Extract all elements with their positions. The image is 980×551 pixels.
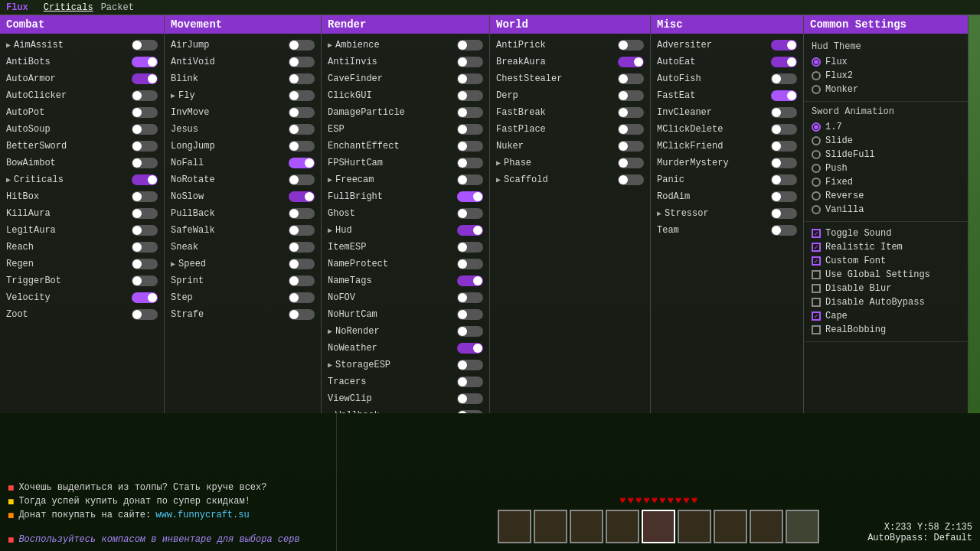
list-item[interactable]: ▶Fly	[165, 87, 321, 104]
toggle-switch[interactable]	[132, 73, 158, 84]
toggle-switch[interactable]	[132, 292, 158, 303]
toggle-switch[interactable]	[132, 124, 158, 135]
toggle-switch[interactable]	[457, 242, 483, 253]
toggle-switch[interactable]	[457, 292, 483, 303]
list-item[interactable]: ▶Speed	[165, 256, 321, 272]
toggle-switch[interactable]	[771, 141, 797, 152]
list-item[interactable]: Regen	[0, 256, 164, 272]
toggle-switch[interactable]	[771, 208, 797, 219]
list-item[interactable]: NoFall	[165, 155, 321, 171]
toggle-switch[interactable]	[289, 309, 315, 320]
list-item[interactable]: FPSHurtCam	[322, 155, 489, 171]
toggle-switch[interactable]	[457, 208, 483, 219]
list-item[interactable]: MClickFriend	[651, 138, 803, 155]
list-item[interactable]: Zoot	[0, 306, 164, 323]
list-item[interactable]: AutoPot	[0, 104, 164, 121]
list-item[interactable]: ▶Phase	[490, 155, 650, 171]
toggle-switch[interactable]	[132, 141, 158, 152]
toggle-switch[interactable]	[132, 309, 158, 320]
hotbar-slot-8[interactable]	[750, 510, 783, 543]
list-item[interactable]: BowAimbot	[0, 155, 164, 171]
toggle-switch[interactable]	[132, 208, 158, 219]
list-item[interactable]: InvMove	[165, 104, 321, 121]
list-item[interactable]: BreakAura	[490, 54, 650, 70]
list-item[interactable]: LegitAura	[0, 222, 164, 239]
toggle-switch[interactable]	[457, 90, 483, 101]
toggle-switch[interactable]	[771, 225, 797, 236]
list-item[interactable]: NoFOV	[322, 289, 489, 306]
toggle-switch[interactable]	[457, 141, 483, 152]
toggle-switch[interactable]	[132, 174, 158, 185]
toggle-switch[interactable]	[771, 124, 797, 135]
toggle-switch[interactable]	[771, 107, 797, 118]
list-item[interactable]: KillAura	[0, 205, 164, 222]
toggle-switch[interactable]	[618, 73, 644, 84]
list-item[interactable]: AutoFish	[651, 70, 803, 87]
list-item[interactable]: ESP	[322, 121, 489, 138]
toggle-switch[interactable]	[132, 40, 158, 51]
list-item[interactable]: ▶Stressor	[651, 205, 803, 222]
radio-item-sword-anim[interactable]: Slide	[812, 134, 960, 148]
list-item[interactable]: ▶Freecam	[322, 171, 489, 188]
toggle-switch[interactable]	[457, 377, 483, 387]
list-item[interactable]: ▶StorageESP	[322, 357, 489, 373]
tab-criticals[interactable]: Criticals	[44, 2, 93, 13]
toggle-switch[interactable]	[618, 141, 644, 152]
list-item[interactable]: NoSlow	[165, 188, 321, 205]
toggle-switch[interactable]	[457, 393, 483, 404]
radio-item-hud-theme[interactable]: Monker	[812, 83, 960, 96]
toggle-switch[interactable]	[618, 57, 644, 67]
toggle-switch[interactable]	[289, 158, 315, 168]
list-item[interactable]: Nuker	[490, 138, 650, 155]
list-item[interactable]: Ghost	[322, 205, 489, 222]
checkbox-item[interactable]: Toggle Sound	[812, 227, 960, 240]
toggle-switch[interactable]	[771, 90, 797, 101]
toggle-switch[interactable]	[618, 158, 644, 168]
toggle-switch[interactable]	[289, 57, 315, 67]
radio-item-hud-theme[interactable]: Flux	[812, 55, 960, 69]
toggle-switch[interactable]	[771, 57, 797, 67]
toggle-switch[interactable]	[618, 40, 644, 51]
list-item[interactable]: AutoEat	[651, 54, 803, 70]
toggle-switch[interactable]	[132, 57, 158, 67]
list-item[interactable]: NoWeather	[322, 340, 489, 357]
toggle-switch[interactable]	[457, 124, 483, 135]
radio-item-sword-anim[interactable]: Fixed	[812, 175, 960, 189]
list-item[interactable]: HitBox	[0, 188, 164, 205]
list-item[interactable]: AirJump	[165, 37, 321, 54]
hotbar-slot-6[interactable]	[678, 510, 711, 543]
toggle-switch[interactable]	[618, 124, 644, 135]
toggle-switch[interactable]	[457, 225, 483, 236]
hotbar-slot-5[interactable]	[642, 510, 675, 543]
list-item[interactable]: FastBreak	[490, 104, 650, 121]
radio-item-sword-anim[interactable]: Reverse	[812, 189, 960, 203]
list-item[interactable]: MurderMystery	[651, 155, 803, 171]
toggle-switch[interactable]	[289, 141, 315, 152]
toggle-switch[interactable]	[457, 326, 483, 337]
toggle-switch[interactable]	[132, 191, 158, 202]
toggle-switch[interactable]	[132, 90, 158, 101]
list-item[interactable]: PullBack	[165, 205, 321, 222]
list-item[interactable]: ▶Hud	[322, 222, 489, 239]
list-item[interactable]: Sprint	[165, 272, 321, 289]
list-item[interactable]: TriggerBot	[0, 272, 164, 289]
list-item[interactable]: NameTags	[322, 272, 489, 289]
tab-packet[interactable]: Packet	[101, 2, 134, 13]
toggle-switch[interactable]	[457, 309, 483, 320]
list-item[interactable]: Panic	[651, 171, 803, 188]
list-item[interactable]: Adversiter	[651, 37, 803, 54]
toggle-switch[interactable]	[289, 40, 315, 51]
toggle-switch[interactable]	[457, 276, 483, 286]
toggle-switch[interactable]	[289, 225, 315, 236]
list-item[interactable]: Blink	[165, 70, 321, 87]
toggle-switch[interactable]	[618, 107, 644, 118]
toggle-switch[interactable]	[289, 124, 315, 135]
list-item[interactable]: ▶Wallhack	[322, 407, 489, 413]
toggle-switch[interactable]	[771, 191, 797, 202]
checkbox-item[interactable]: RealBobbing	[812, 323, 960, 337]
list-item[interactable]: AntiBots	[0, 54, 164, 70]
hotbar-slot-2[interactable]	[534, 510, 567, 543]
toggle-switch[interactable]	[771, 158, 797, 168]
checkbox-item[interactable]: Cape	[812, 309, 960, 323]
toggle-switch[interactable]	[457, 259, 483, 269]
